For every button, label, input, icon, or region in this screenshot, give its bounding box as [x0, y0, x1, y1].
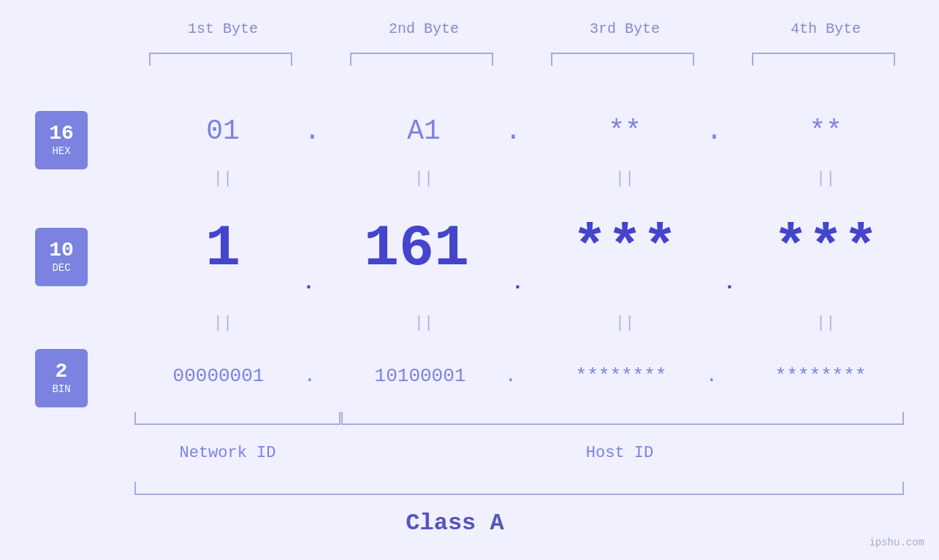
- bin-value-1: 00000001: [134, 365, 303, 387]
- class-label: Class A: [0, 510, 910, 537]
- hex-value-1: 01: [146, 115, 300, 147]
- equals-dec-4: ||: [749, 314, 902, 332]
- equals-hex-4: ||: [749, 169, 902, 188]
- badge-hex: 16 HEX: [35, 111, 88, 169]
- equals-hex-1: ||: [146, 169, 300, 188]
- dec-value-2: 161: [314, 215, 519, 282]
- equals-hex-3: ||: [548, 169, 702, 188]
- hex-value-2: A1: [347, 115, 501, 147]
- bracket-top-4: [752, 53, 895, 66]
- dot-bin-2: .: [505, 365, 517, 387]
- badge-hex-number: 16: [49, 123, 74, 144]
- main-container: 16 HEX 10 DEC 2 BIN 1st Byte 2nd Byte 3r…: [0, 0, 939, 560]
- bracket-bottom-network: [134, 412, 341, 425]
- equals-dec-2: ||: [347, 314, 501, 332]
- network-id-label: Network ID: [171, 444, 284, 462]
- bracket-top-1: [149, 53, 292, 66]
- col-header-1: 1st Byte: [146, 20, 300, 37]
- bracket-full: [134, 482, 904, 495]
- dot-hex-2: .: [505, 115, 522, 147]
- bracket-top-3: [551, 53, 694, 66]
- badge-hex-label: HEX: [52, 145, 70, 157]
- col-header-3: 3rd Byte: [548, 20, 702, 37]
- dec-value-1: 1: [146, 215, 300, 282]
- col-header-2: 2nd Byte: [347, 20, 501, 37]
- badge-dec: 10 DEC: [35, 228, 88, 286]
- bracket-bottom-host: [341, 412, 904, 425]
- equals-dec-1: ||: [146, 314, 300, 332]
- bin-value-3: ********: [537, 365, 705, 387]
- host-id-label: Host ID: [548, 444, 691, 462]
- bin-value-2: 10100001: [336, 365, 504, 387]
- equals-dec-3: ||: [548, 314, 702, 332]
- hex-value-3: **: [548, 115, 702, 147]
- col-header-4: 4th Byte: [749, 20, 902, 37]
- bin-value-4: ********: [737, 365, 905, 387]
- watermark: ipshu.com: [869, 537, 924, 548]
- dot-dec-3: .: [723, 272, 736, 294]
- equals-hex-2: ||: [347, 169, 501, 188]
- dot-bin-1: .: [304, 365, 316, 387]
- dec-value-3: ***: [548, 215, 702, 282]
- badge-dec-number: 10: [49, 240, 74, 261]
- badge-dec-label: DEC: [52, 262, 70, 274]
- dot-hex-3: .: [706, 115, 723, 147]
- badge-bin: 2 BIN: [35, 349, 88, 407]
- dot-dec-2: .: [512, 272, 524, 294]
- dot-bin-3: .: [706, 365, 718, 387]
- bracket-top-2: [350, 53, 493, 66]
- dot-hex-1: .: [304, 115, 321, 147]
- hex-value-4: **: [749, 115, 902, 147]
- badge-bin-label: BIN: [52, 383, 70, 395]
- badge-bin-number: 2: [56, 361, 68, 382]
- dec-value-4: ***: [749, 215, 902, 282]
- dot-dec-1: .: [303, 272, 315, 294]
